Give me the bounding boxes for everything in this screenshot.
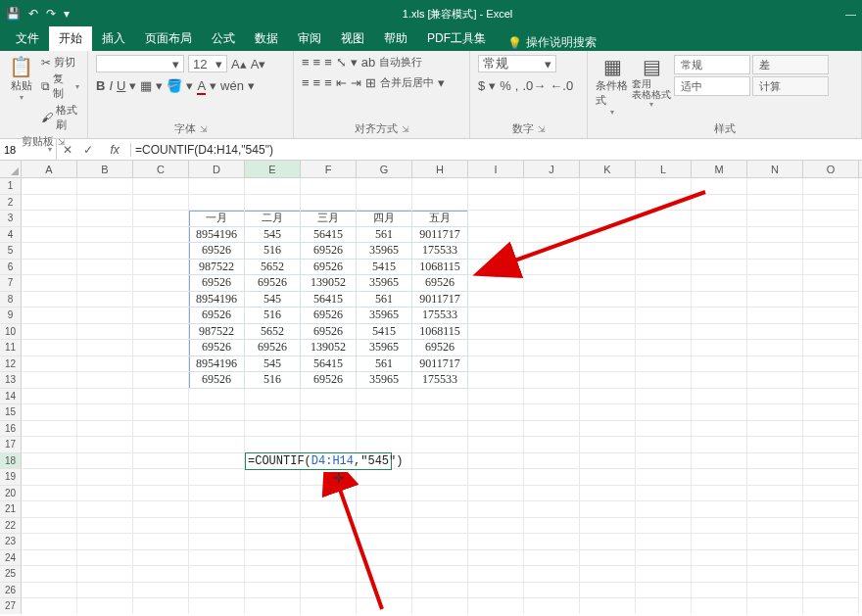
cell[interactable] [412, 486, 468, 502]
cell[interactable] [524, 437, 580, 453]
row-header-4[interactable]: 4 [0, 227, 22, 244]
row-header-8[interactable]: 8 [0, 292, 22, 308]
column-header-O[interactable]: O [803, 161, 859, 177]
cell[interactable] [803, 243, 859, 260]
cell[interactable] [412, 501, 468, 518]
cell[interactable] [468, 404, 524, 421]
row-header-20[interactable]: 20 [0, 486, 22, 502]
cell[interactable] [77, 308, 133, 324]
cell[interactable] [803, 518, 859, 535]
cell[interactable] [133, 404, 189, 421]
column-header-F[interactable]: F [301, 161, 357, 177]
cell[interactable] [524, 469, 580, 486]
decrease-decimal-icon[interactable]: ←.0 [550, 78, 573, 93]
cell[interactable] [133, 260, 189, 276]
cell[interactable] [747, 275, 803, 292]
cell[interactable] [747, 469, 803, 486]
row-header-12[interactable]: 12 [0, 356, 22, 373]
table-cell[interactable]: 175533 [412, 308, 468, 324]
cell[interactable] [747, 243, 803, 260]
cell[interactable] [580, 598, 636, 614]
column-header-L[interactable]: L [636, 161, 692, 177]
cell[interactable] [245, 534, 301, 550]
align-center-icon[interactable]: ≡ [313, 75, 321, 90]
table-cell[interactable]: 69526 [412, 340, 468, 356]
dialog-launcher-icon[interactable]: ⇲ [402, 124, 409, 134]
cell[interactable] [133, 518, 189, 535]
cell[interactable] [747, 501, 803, 518]
cell[interactable] [747, 518, 803, 535]
cell[interactable] [22, 534, 77, 550]
cell[interactable] [77, 211, 133, 227]
table-cell[interactable]: 35965 [357, 308, 412, 324]
cell[interactable] [77, 275, 133, 292]
column-header-G[interactable]: G [357, 161, 412, 177]
cell[interactable] [747, 372, 803, 389]
redo-icon[interactable]: ↷ [46, 7, 56, 21]
cell[interactable] [524, 324, 580, 341]
cell[interactable] [133, 583, 189, 599]
cell[interactable] [133, 389, 189, 405]
cell[interactable] [22, 243, 77, 260]
cell[interactable] [468, 518, 524, 535]
cell[interactable] [133, 469, 189, 486]
cell[interactable] [803, 453, 859, 470]
cell[interactable] [747, 211, 803, 227]
cell[interactable] [133, 598, 189, 614]
cell[interactable] [133, 453, 189, 470]
cell[interactable] [77, 324, 133, 341]
tab-insert[interactable]: 插入 [92, 26, 135, 51]
table-cell[interactable]: 9011717 [412, 292, 468, 308]
cell[interactable] [77, 469, 133, 486]
column-header-M[interactable]: M [692, 161, 747, 177]
cell[interactable] [580, 550, 636, 567]
cell[interactable] [636, 469, 692, 486]
cell[interactable] [412, 404, 468, 421]
font-name-select[interactable]: ▾ [96, 55, 184, 72]
row-header-21[interactable]: 21 [0, 501, 22, 518]
cell[interactable] [580, 501, 636, 518]
cell[interactable] [803, 324, 859, 341]
cell[interactable] [22, 437, 77, 453]
accounting-format-icon[interactable]: $ [478, 78, 485, 93]
number-format-select[interactable]: 常规▾ [478, 55, 556, 72]
cell[interactable] [636, 583, 692, 599]
conditional-format-button[interactable]: ▦ 条件格式▾ [596, 55, 629, 117]
row-header-26[interactable]: 26 [0, 583, 22, 599]
table-cell[interactable]: 5415 [357, 324, 412, 341]
cell[interactable] [22, 453, 77, 470]
cell[interactable] [245, 437, 301, 453]
tell-me-search[interactable]: 💡 操作说明搜索 [507, 34, 597, 51]
table-cell[interactable]: 545 [245, 292, 301, 308]
name-box[interactable]: 18 ▾ [0, 139, 57, 161]
cell[interactable] [245, 486, 301, 502]
cell[interactable] [803, 566, 859, 583]
table-cell[interactable]: 987522 [189, 324, 245, 341]
table-cell[interactable]: 175533 [412, 372, 468, 389]
cell[interactable] [189, 566, 245, 583]
cell[interactable] [803, 260, 859, 276]
cell[interactable] [468, 453, 524, 470]
align-bottom-icon[interactable]: ≡ [324, 55, 332, 70]
cell[interactable] [189, 518, 245, 535]
cell[interactable] [636, 372, 692, 389]
cell[interactable] [77, 404, 133, 421]
cell[interactable] [133, 227, 189, 244]
cell[interactable] [22, 469, 77, 486]
cell[interactable] [692, 583, 747, 599]
cell[interactable] [524, 598, 580, 614]
cell[interactable] [357, 389, 412, 405]
cell[interactable] [133, 178, 189, 195]
table-cell[interactable]: 69526 [301, 260, 357, 276]
cell[interactable] [580, 486, 636, 502]
cell[interactable] [412, 583, 468, 599]
cell[interactable] [22, 421, 77, 438]
cell[interactable] [580, 404, 636, 421]
cell[interactable] [692, 550, 747, 567]
cell[interactable] [636, 598, 692, 614]
cell[interactable] [77, 550, 133, 567]
cell[interactable] [747, 324, 803, 341]
row-header-18[interactable]: 18 [0, 453, 22, 470]
table-cell[interactable]: 139052 [301, 340, 357, 356]
align-left-icon[interactable]: ≡ [302, 75, 310, 90]
